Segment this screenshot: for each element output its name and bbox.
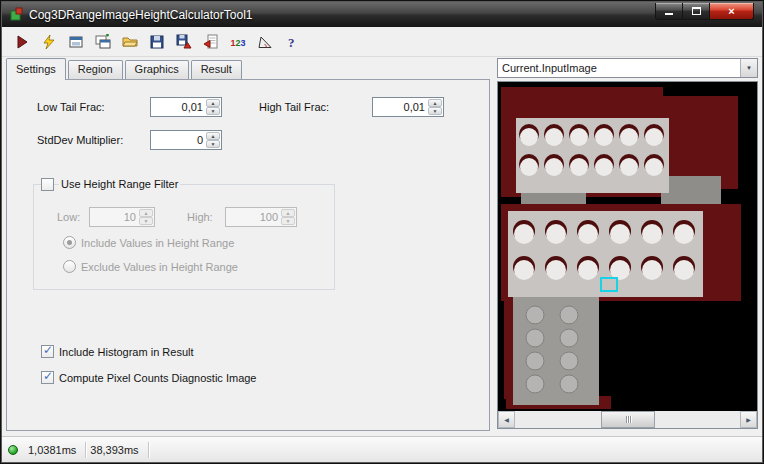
spin-up-icon[interactable]: ▲: [206, 99, 220, 107]
use-height-range-filter-label[interactable]: Use Height Range Filter: [59, 178, 180, 190]
spin-down-icon[interactable]: ▼: [206, 140, 220, 148]
include-histogram-checkbox[interactable]: [41, 345, 54, 358]
image-selector-value[interactable]: Current.InputImage: [498, 62, 740, 74]
close-icon: ×: [728, 5, 734, 17]
chevron-down-icon[interactable]: ▼: [740, 59, 757, 77]
image-selector-combobox[interactable]: Current.InputImage ▼: [497, 58, 758, 78]
range-image-display[interactable]: ◀ ▶: [497, 81, 758, 429]
minimize-icon: [665, 13, 673, 15]
use-height-range-filter-checkbox[interactable]: [41, 178, 54, 191]
import-button[interactable]: [199, 30, 223, 54]
run-icon: [14, 34, 30, 50]
svg-text:123: 123: [231, 38, 246, 48]
range-low-label: Low:: [57, 211, 80, 223]
low-tail-frac-label: Low Tail Frac:: [37, 101, 105, 113]
minimize-button[interactable]: [655, 3, 683, 20]
exclude-values-label: Exclude Values in Height Range: [81, 261, 238, 273]
title-bar[interactable]: Cog3DRangeImageHeightCalculatorTool1 ×: [2, 2, 762, 27]
include-values-label: Include Values in Height Range: [81, 237, 234, 249]
import-icon: [203, 34, 219, 50]
spin-down-icon: ▼: [139, 217, 153, 225]
tool-edit-window: Cog3DRangeImageHeightCalculatorTool1 ×: [0, 0, 764, 464]
spin-up-icon: ▲: [281, 209, 295, 217]
spin-up-icon: ▲: [139, 209, 153, 217]
settings-tab-page: Low Tail Frac: 0,01 ▲▼ High Tail Frac: 0…: [6, 79, 490, 431]
spin-down-icon[interactable]: ▼: [428, 107, 442, 115]
compute-pixel-counts-label[interactable]: Compute Pixel Counts Diagnostic Image: [59, 372, 256, 384]
slope-tool-button[interactable]: [253, 30, 277, 54]
help-button[interactable]: ?: [280, 30, 304, 54]
tab-strip: Settings Region Graphics Result: [6, 58, 244, 79]
high-tail-frac-label: High Tail Frac:: [259, 101, 329, 113]
stddev-multiplier-label: StdDev Multiplier:: [37, 134, 123, 146]
spin-down-icon[interactable]: ▼: [206, 107, 220, 115]
range-image-canvas[interactable]: [498, 82, 757, 411]
scroll-left-icon[interactable]: ◀: [498, 411, 515, 428]
toolbar: 123 ?: [2, 27, 762, 57]
spin-down-icon: ▼: [281, 217, 295, 225]
range-low-input: 10 ▲▼: [89, 207, 155, 227]
open-folder-icon: [122, 34, 138, 50]
high-tail-frac-input[interactable]: 0,01 ▲▼: [372, 97, 444, 117]
include-histogram-label[interactable]: Include Histogram in Result: [59, 346, 194, 358]
close-button[interactable]: ×: [710, 3, 754, 20]
scroll-right-icon[interactable]: ▶: [740, 411, 757, 428]
tab-result-label: Result: [201, 63, 232, 75]
show-image-window-icon: [68, 34, 84, 50]
new-image-window-icon: [95, 34, 111, 50]
status-bar: 1,0381ms 38,393ms: [2, 436, 762, 462]
electric-run-button[interactable]: [37, 30, 61, 54]
maximize-button[interactable]: [683, 3, 710, 20]
slope-tool-icon: [257, 34, 273, 50]
window-controls: ×: [655, 3, 754, 20]
tab-result[interactable]: Result: [191, 60, 242, 79]
compute-pixel-counts-checkbox[interactable]: [41, 371, 54, 384]
tab-settings-label: Settings: [16, 63, 56, 75]
help-icon: ?: [284, 34, 300, 50]
status-time-1: 1,0381ms: [24, 442, 86, 458]
tab-region[interactable]: Region: [68, 60, 123, 79]
range-low-value: 10: [90, 208, 139, 226]
save-button[interactable]: [145, 30, 169, 54]
spin-up-icon[interactable]: ▲: [206, 132, 220, 140]
horizontal-scrollbar[interactable]: ◀ ▶: [498, 411, 757, 428]
low-tail-frac-value[interactable]: 0,01: [151, 98, 206, 116]
open-folder-button[interactable]: [118, 30, 142, 54]
include-values-radio: [63, 236, 76, 249]
low-tail-frac-input[interactable]: 0,01 ▲▼: [150, 97, 222, 117]
scrollbar-thumb[interactable]: [601, 411, 655, 428]
save-image-button[interactable]: [172, 30, 196, 54]
new-image-window-button[interactable]: [91, 30, 115, 54]
high-tail-frac-value[interactable]: 0,01: [373, 98, 428, 116]
range-high-label: High:: [187, 211, 213, 223]
tab-graphics-label: Graphics: [135, 63, 179, 75]
window-title: Cog3DRangeImageHeightCalculatorTool1: [29, 8, 252, 22]
save-icon: [149, 34, 165, 50]
scrollbar-track[interactable]: [515, 411, 740, 428]
app-icon: [9, 7, 24, 22]
numeric-precision-button[interactable]: 123: [226, 30, 250, 54]
tab-region-label: Region: [78, 63, 113, 75]
tab-settings[interactable]: Settings: [6, 58, 66, 80]
save-image-icon: [176, 34, 192, 50]
spin-up-icon[interactable]: ▲: [428, 99, 442, 107]
status-led-icon: [8, 445, 18, 455]
range-high-value: 100: [226, 208, 281, 226]
stddev-multiplier-input[interactable]: 0 ▲▼: [150, 130, 222, 150]
numeric-precision-icon: 123: [230, 34, 246, 50]
maximize-icon: [692, 7, 701, 15]
run-button[interactable]: [10, 30, 34, 54]
electric-run-icon: [41, 34, 57, 50]
svg-text:?: ?: [288, 35, 295, 50]
stddev-multiplier-value[interactable]: 0: [151, 131, 206, 149]
status-time-2: 38,393ms: [86, 442, 148, 458]
tab-graphics[interactable]: Graphics: [125, 60, 189, 79]
exclude-values-radio: [63, 260, 76, 273]
range-high-input: 100 ▲▼: [225, 207, 297, 227]
show-image-window-button[interactable]: [64, 30, 88, 54]
